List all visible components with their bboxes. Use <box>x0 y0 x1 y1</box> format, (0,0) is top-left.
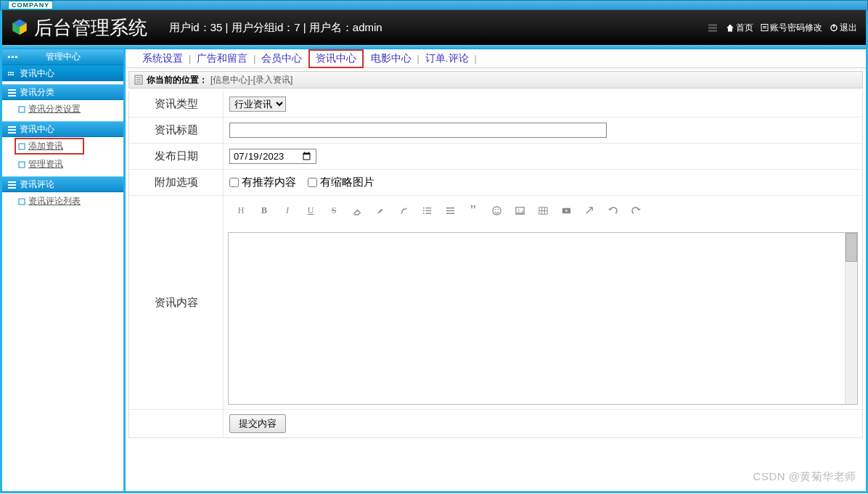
tool-quote-icon[interactable]: " <box>466 203 480 218</box>
tab-movie[interactable]: 电影中心 <box>365 52 417 65</box>
scroll-thumb[interactable] <box>846 233 857 262</box>
input-title[interactable] <box>229 123 607 138</box>
page-icon <box>18 198 25 205</box>
label-date: 发布日期 <box>129 144 224 169</box>
svg-rect-19 <box>8 184 16 186</box>
svg-rect-14 <box>8 129 16 131</box>
sidebar-group-news[interactable]: 资讯中心 <box>2 121 123 137</box>
svg-point-37 <box>497 208 499 210</box>
tab-system[interactable]: 系统设置 <box>136 52 189 65</box>
submit-button[interactable]: 提交内容 <box>229 414 286 433</box>
svg-point-30 <box>422 213 424 214</box>
menu-icon[interactable] <box>708 24 717 31</box>
sidebar-item-add-news[interactable]: 添加资讯 <box>15 139 83 154</box>
password-link[interactable]: 账号密码修改 <box>758 22 825 34</box>
sidebar-group-category[interactable]: 资讯分类 <box>2 84 123 100</box>
editor-toolbar: H B I U S " <box>228 200 858 221</box>
company-tag: COMPANY <box>8 1 53 9</box>
header: 后台管理系统 用户id：35 | 用户分组id：7 | 用户名：admin 首页… <box>0 10 868 45</box>
home-link[interactable]: 首页 <box>723 22 756 34</box>
tool-undo-icon[interactable] <box>605 203 620 218</box>
logo-icon <box>9 17 30 38</box>
page-icon <box>18 143 25 150</box>
tool-underline-icon[interactable]: U <box>303 203 318 218</box>
sidebar-item-comment-list[interactable]: 资讯评论列表 <box>2 192 123 210</box>
company-bar: COMPANY <box>0 0 868 10</box>
breadcrumb: 你当前的位置： [信息中心]-[录入资讯] <box>128 71 863 88</box>
tool-heading-icon[interactable]: H <box>234 203 248 218</box>
svg-rect-15 <box>8 132 16 133</box>
checkbox-thumbnail[interactable]: 有缩略图片 <box>308 176 374 189</box>
tool-image-icon[interactable] <box>512 203 527 218</box>
svg-point-36 <box>494 208 496 210</box>
tab-order[interactable]: 订单.评论 <box>419 52 475 65</box>
tool-bold-icon[interactable]: B <box>257 203 271 218</box>
editor-textarea[interactable] <box>228 232 858 405</box>
home-icon <box>726 23 734 32</box>
sidebar-item-category-settings[interactable]: 资讯分类设置 <box>2 100 123 118</box>
input-date[interactable] <box>229 149 316 164</box>
label-title: 资讯标题 <box>129 118 224 143</box>
tool-ul-icon[interactable] <box>419 203 434 218</box>
svg-rect-21 <box>19 199 25 205</box>
system-title: 后台管理系统 <box>34 15 147 41</box>
doc-icon <box>761 24 769 32</box>
breadcrumb-prefix: 你当前的位置： <box>147 74 208 86</box>
checkbox-recommend[interactable]: 有推荐内容 <box>229 176 296 189</box>
tool-table-icon[interactable] <box>536 203 550 218</box>
tab-member[interactable]: 会员中心 <box>255 52 308 65</box>
power-icon <box>830 23 838 32</box>
sidebar-header: 管理中心 <box>2 49 123 65</box>
logout-link[interactable]: 退出 <box>827 22 860 34</box>
content: 系统设置| 广告和留言| 会员中心| 资讯中心| 电影中心| 订单.评论| 你当… <box>126 49 866 491</box>
svg-rect-20 <box>8 187 16 189</box>
svg-rect-11 <box>8 95 16 96</box>
svg-point-28 <box>422 210 424 211</box>
svg-point-35 <box>492 206 500 214</box>
label-content: 资讯内容 <box>129 196 224 409</box>
page-icon <box>18 161 25 168</box>
svg-rect-13 <box>8 126 16 128</box>
svg-rect-9 <box>8 89 16 91</box>
form: 资讯类型 行业资讯 资讯标题 发布日期 附加选项 有推荐内容 有缩略图片 资讯内… <box>128 91 863 438</box>
tab-ads[interactable]: 广告和留言 <box>191 52 253 65</box>
tool-redo-icon[interactable] <box>629 203 643 218</box>
list-icon <box>8 88 16 96</box>
sidebar-crumb: 资讯中心 <box>2 65 123 81</box>
user-info: 用户id：35 | 用户分组id：7 | 用户名：admin <box>169 21 382 35</box>
breadcrumb-path: [信息中心]-[录入资讯] <box>210 74 292 86</box>
tool-strike-icon[interactable]: S <box>327 203 341 218</box>
svg-rect-17 <box>19 162 25 168</box>
tool-video-icon[interactable] <box>559 203 573 218</box>
sidebar: 管理中心 资讯中心 资讯分类 资讯分类设置 资讯中心 添加资讯 管理资讯 <box>2 49 126 491</box>
tool-emoji-icon[interactable] <box>489 203 504 218</box>
tool-brush-icon[interactable] <box>373 203 388 218</box>
svg-rect-10 <box>8 92 16 94</box>
tool-italic-icon[interactable]: I <box>280 203 295 218</box>
doc-icon <box>134 75 144 85</box>
sidebar-group-comments[interactable]: 资讯评论 <box>2 176 123 192</box>
list-icon <box>8 181 16 189</box>
tool-ol-icon[interactable] <box>443 203 457 218</box>
scrollbar[interactable] <box>845 233 857 404</box>
tool-link-icon[interactable] <box>396 203 411 218</box>
tool-erase-icon[interactable] <box>350 203 364 218</box>
svg-rect-12 <box>19 107 25 112</box>
svg-point-39 <box>517 209 519 210</box>
page-icon <box>18 106 25 113</box>
list-icon <box>8 125 16 133</box>
label-type: 资讯类型 <box>129 91 224 117</box>
select-type[interactable]: 行业资讯 <box>229 96 286 112</box>
sidebar-item-manage-news[interactable]: 管理资讯 <box>2 155 123 173</box>
svg-point-26 <box>422 207 424 208</box>
tab-news[interactable]: 资讯中心 <box>310 51 362 67</box>
svg-rect-16 <box>19 144 25 149</box>
svg-rect-18 <box>8 181 16 183</box>
label-extra: 附加选项 <box>129 170 224 195</box>
top-tabs: 系统设置| 广告和留言| 会员中心| 资讯中心| 电影中心| 订单.评论| <box>126 49 866 68</box>
tool-arrow-icon[interactable] <box>582 203 597 218</box>
